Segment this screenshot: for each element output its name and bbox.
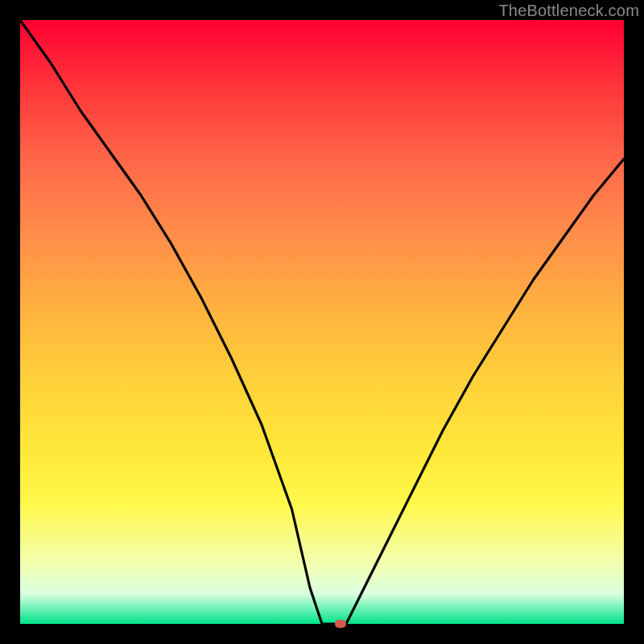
curve-svg: [20, 20, 624, 624]
min-marker: [335, 620, 346, 628]
chart-stage: TheBottleneck.com: [0, 0, 644, 644]
plot-area: [20, 20, 624, 624]
watermark-text: TheBottleneck.com: [498, 2, 639, 20]
bottleneck-curve-path: [20, 20, 624, 624]
